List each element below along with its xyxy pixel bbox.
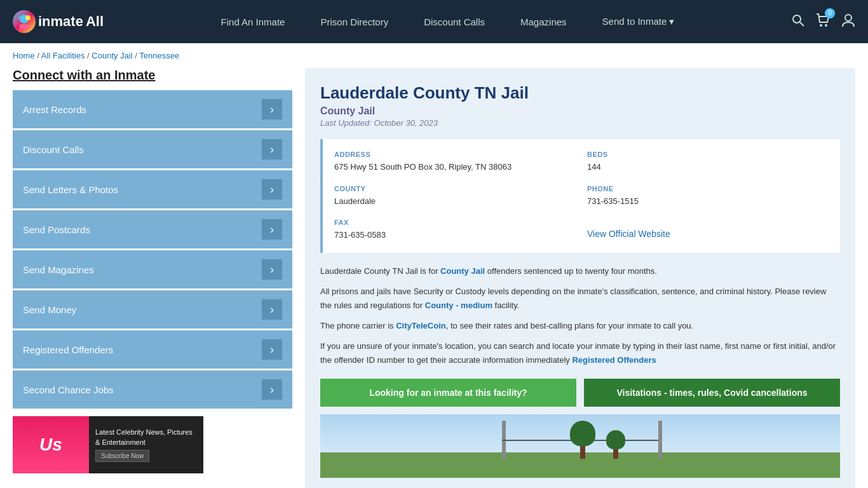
sidebar-item-label: Discount Calls	[23, 144, 84, 155]
facility-description-1: Lauderdale County TN Jail is for County …	[320, 264, 840, 278]
arrow-icon: ›	[262, 379, 282, 400]
sidebar-item-arrest-records[interactable]: Arrest Records ›	[13, 90, 292, 128]
logo[interactable]: inmate All	[13, 10, 104, 33]
sidebar-title: Connect with an Inmate	[13, 68, 292, 83]
svg-point-4	[793, 15, 801, 23]
county-label: COUNTY	[334, 185, 576, 193]
sidebar-menu: Arrest Records › Discount Calls › Send L…	[13, 90, 292, 409]
nav-find-inmate[interactable]: Find An Inmate	[203, 0, 303, 43]
ad-tagline: Latest Celebrity News, Pictures & Entert…	[95, 428, 197, 447]
header-icons: 0	[792, 13, 855, 30]
logo-brand-text: inmate	[38, 13, 83, 30]
county-medium-link[interactable]: County - medium	[425, 301, 492, 310]
sidebar: Connect with an Inmate Arrest Records › …	[13, 68, 292, 488]
sidebar-item-send-magazines[interactable]: Send Magazines ›	[13, 250, 292, 288]
beds-value: 144	[587, 161, 829, 173]
arrow-icon: ›	[262, 339, 282, 360]
search-icon[interactable]	[792, 14, 804, 30]
cart-badge: 0	[825, 8, 835, 18]
svg-point-2	[25, 15, 31, 20]
nav-magazines[interactable]: Magazines	[503, 0, 585, 43]
ad-subscribe-button[interactable]: Subscribe Now	[95, 450, 149, 462]
ad-text-area: Latest Celebrity News, Pictures & Entert…	[89, 416, 203, 473]
arrow-icon: ›	[262, 299, 282, 320]
sidebar-item-label: Registered Offenders	[23, 344, 113, 355]
arrow-icon: ›	[262, 99, 282, 119]
sidebar-item-send-postcards[interactable]: Send Postcards ›	[13, 210, 292, 248]
sidebar-item-label: Send Magazines	[23, 264, 94, 275]
main-content: Connect with an Inmate Arrest Records › …	[0, 68, 868, 488]
arrow-icon: ›	[262, 219, 282, 240]
address-label: ADDRESS	[334, 151, 576, 158]
svg-point-8	[845, 15, 851, 21]
arrow-icon: ›	[262, 179, 282, 200]
sidebar-item-send-money[interactable]: Send Money ›	[13, 290, 292, 329]
sidebar-item-label: Send Money	[23, 304, 76, 315]
visitations-button[interactable]: Visitations - times, rules, Covid cancel…	[584, 379, 840, 407]
registered-offenders-link[interactable]: Registered Offenders	[572, 355, 656, 365]
beds-block: BEDS 144	[587, 151, 829, 173]
facility-last-updated: Last Updated: October 30, 2023	[320, 118, 840, 128]
citytelecoin-link[interactable]: CityTeleCoin	[396, 321, 446, 330]
facility-name: Lauderdale County TN Jail	[320, 83, 840, 103]
svg-point-6	[820, 24, 822, 27]
nav-send-to-inmate[interactable]: Send to Inmate ▾	[585, 0, 693, 43]
phone-block: PHONE 731-635-1515	[587, 185, 829, 208]
sidebar-item-registered-offenders[interactable]: Registered Offenders ›	[13, 330, 292, 369]
svg-point-7	[825, 24, 827, 27]
svg-line-5	[800, 22, 804, 26]
facility-description-3: The phone carrier is CityTeleCoin, to se…	[320, 319, 840, 333]
fax-block: FAX 731-635-0583	[334, 219, 576, 241]
svg-point-3	[18, 16, 22, 20]
cart-icon[interactable]: 0	[816, 13, 830, 30]
main-nav: Find An Inmate Prison Directory Discount…	[123, 0, 773, 43]
nav-prison-directory[interactable]: Prison Directory	[302, 0, 406, 43]
logo-icon	[13, 10, 36, 33]
cta-buttons: Looking for an inmate at this facility? …	[320, 379, 840, 407]
facility-description-2: All prisons and jails have Security or C…	[320, 285, 840, 313]
phone-value: 731-635-1515	[587, 195, 829, 208]
user-icon[interactable]	[841, 13, 855, 30]
county-jail-link[interactable]: County Jail	[440, 266, 485, 276]
facility-image	[320, 414, 840, 478]
fax-label: FAX	[334, 219, 576, 226]
website-block: WEBSITE View Official Website	[587, 219, 829, 241]
sidebar-item-label: Second Chance Jobs	[23, 384, 114, 395]
beds-label: BEDS	[587, 151, 829, 158]
facility-detail: Lauderdale County TN Jail County Jail La…	[305, 68, 855, 488]
sidebar-item-label: Send Letters & Photos	[23, 184, 118, 195]
svg-rect-1	[20, 24, 29, 29]
looking-for-inmate-button[interactable]: Looking for an inmate at this facility?	[320, 379, 576, 407]
sidebar-item-send-letters[interactable]: Send Letters & Photos ›	[13, 170, 292, 208]
sidebar-item-discount-calls[interactable]: Discount Calls ›	[13, 130, 292, 168]
county-block: COUNTY Lauderdale	[334, 185, 576, 208]
facility-info-grid: ADDRESS 675 Hwy 51 South PO Box 30, Ripl…	[320, 139, 840, 253]
fax-value: 731-635-0583	[334, 229, 576, 241]
address-block: ADDRESS 675 Hwy 51 South PO Box 30, Ripl…	[334, 151, 576, 173]
sidebar-item-label: Send Postcards	[23, 224, 90, 235]
nav-discount-calls[interactable]: Discount Calls	[406, 0, 503, 43]
ad-brand-logo: Us	[13, 416, 89, 473]
facility-type: County Jail	[320, 105, 840, 117]
advertisement: Us Latest Celebrity News, Pictures & Ent…	[13, 416, 203, 473]
breadcrumb-home[interactable]: Home	[13, 51, 35, 60]
logo-all-text: All	[86, 13, 104, 30]
facility-description-4: If you are unsure of your inmate's locat…	[320, 339, 840, 367]
breadcrumb: Home / All Facilities / County Jail / Te…	[0, 43, 868, 68]
arrow-icon: ›	[262, 139, 282, 159]
county-value: Lauderdale	[334, 195, 576, 208]
address-value: 675 Hwy 51 South PO Box 30, Ripley, TN 3…	[334, 161, 576, 173]
sidebar-item-label: Arrest Records	[23, 104, 86, 115]
arrow-icon: ›	[262, 259, 282, 280]
breadcrumb-county-jail[interactable]: County Jail	[92, 51, 132, 60]
header: inmate All Find An Inmate Prison Directo…	[0, 0, 868, 43]
sidebar-item-second-chance-jobs[interactable]: Second Chance Jobs ›	[13, 370, 292, 409]
breadcrumb-all-facilities[interactable]: All Facilities	[41, 51, 85, 60]
phone-label: PHONE	[587, 185, 829, 193]
website-link[interactable]: View Official Website	[587, 229, 670, 239]
breadcrumb-state[interactable]: Tennessee	[139, 51, 179, 60]
